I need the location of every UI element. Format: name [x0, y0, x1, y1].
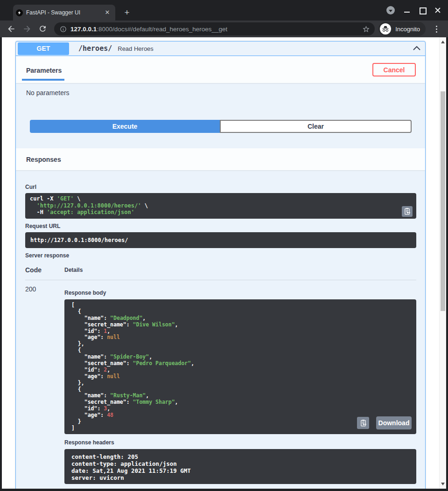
request-url-value: http://127.0.0.1:8000/heroes/ [30, 237, 128, 243]
response-headers-code: content-length: 205content-type: applica… [71, 453, 416, 481]
response-body-code: [ { "name": "Deadpond", "secret_name": "… [71, 302, 416, 432]
browser-tab-bar: FastAPI - Swagger UI ✕ + [0, 0, 448, 21]
tab-title: FastAPI - Swagger UI [26, 9, 103, 16]
operation-summary: Read Heroes [118, 45, 412, 52]
server-response-label: Server response [25, 252, 69, 259]
incognito-label: Incognito [395, 26, 420, 33]
responses-body: Curl curl -X 'GET' \ 'http://127.0.0.1:8… [16, 171, 425, 489]
cancel-button[interactable]: Cancel [372, 63, 416, 76]
bookmark-star-icon[interactable] [362, 25, 370, 33]
reload-icon[interactable] [38, 24, 48, 34]
scrollbar-down-icon[interactable] [441, 483, 445, 485]
no-parameters-text: No parameters [26, 89, 70, 97]
opblock-get-heroes: GET /heroes/ Read Heroes Parameters Canc… [15, 41, 426, 489]
url-path: :8000/docs#/default/read_heroes_heroes__… [97, 26, 227, 33]
request-url-block: http://127.0.0.1:8000/heroes/ [25, 232, 416, 248]
browser-toolbar: 127.0.0.1:8000/docs#/default/read_heroes… [0, 21, 448, 37]
swagger-page: GET /heroes/ Read Heroes Parameters Canc… [2, 37, 446, 489]
back-icon[interactable] [7, 24, 16, 34]
response-body-label: Response body [64, 290, 106, 296]
window-close-button[interactable] [434, 7, 441, 14]
tab-close-icon[interactable]: ✕ [103, 8, 112, 17]
details-column-header: Details [64, 267, 83, 273]
address-bar[interactable]: 127.0.0.1:8000/docs#/default/read_heroes… [54, 22, 375, 35]
curl-copy-button[interactable] [402, 206, 413, 217]
parameters-tab-underline [22, 79, 64, 81]
site-info-icon[interactable] [60, 26, 67, 33]
request-url-label: Request URL [25, 223, 60, 229]
tab-search-icon[interactable] [386, 6, 395, 14]
curl-label: Curl [25, 184, 36, 190]
code-column-header: Code [25, 266, 42, 274]
curl-code: curl -X 'GET' \ 'http://127.0.0.1:8000/h… [30, 195, 412, 216]
opblock-summary[interactable]: GET /heroes/ Read Heroes [16, 41, 425, 56]
url-text: 127.0.0.1:8000/docs#/default/read_heroes… [70, 26, 362, 33]
fastapi-favicon-icon [16, 9, 23, 16]
browser-tab[interactable]: FastAPI - Swagger UI ✕ [13, 5, 115, 21]
response-headers-block: content-length: 205content-type: applica… [64, 449, 416, 484]
download-button[interactable]: Download [376, 416, 412, 429]
window-controls [386, 6, 441, 14]
operation-path: /heroes/ [78, 44, 112, 53]
scrollbar-up-icon[interactable] [441, 41, 445, 43]
curl-command-block: curl -X 'GET' \ 'http://127.0.0.1:8000/h… [25, 193, 416, 219]
clear-button[interactable]: Clear [220, 120, 412, 133]
parameters-title: Parameters [26, 67, 62, 74]
scrollbar-thumb[interactable] [441, 91, 445, 311]
window-minimize-button[interactable] [404, 7, 410, 14]
method-badge: GET [18, 42, 69, 55]
incognito-badge: Incognito [378, 22, 426, 36]
response-copy-button[interactable] [357, 417, 369, 429]
execute-button[interactable]: Execute [30, 120, 220, 133]
table-divider [25, 280, 416, 280]
new-tab-button[interactable]: + [123, 8, 131, 17]
incognito-icon [380, 23, 391, 35]
responses-header: Responses [16, 148, 425, 170]
browser-menu-icon[interactable] [432, 24, 441, 34]
url-host: 127.0.0.1 [70, 26, 97, 33]
forward-icon[interactable] [22, 24, 32, 34]
parameters-header: Parameters Cancel [16, 56, 425, 83]
status-code: 200 [25, 285, 36, 293]
responses-title: Responses [26, 156, 61, 163]
response-headers-label: Response headers [64, 439, 114, 446]
window-maximize-button[interactable] [419, 7, 426, 14]
response-body-block: [ { "name": "Deadpond", "secret_name": "… [64, 299, 416, 434]
execute-row: Execute Clear [30, 120, 412, 133]
collapse-chevron-icon[interactable] [412, 44, 421, 53]
page-scrollbar[interactable] [439, 37, 446, 489]
